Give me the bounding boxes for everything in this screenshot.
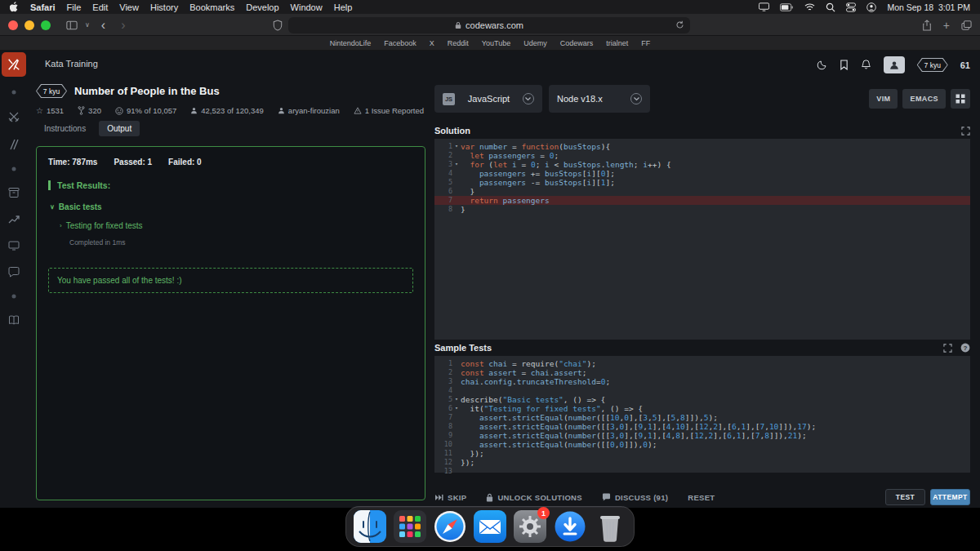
- test-button[interactable]: TEST: [885, 489, 925, 505]
- code-line[interactable]: 10 assert.strictEqual(number([[0,0]]),0)…: [434, 440, 970, 449]
- attempt-button[interactable]: ATTEMPT: [930, 489, 970, 505]
- bookmark-x[interactable]: X: [430, 39, 434, 47]
- battery-icon[interactable]: [780, 3, 794, 11]
- reset-button[interactable]: RESET: [688, 493, 715, 502]
- bookmark-trialnet[interactable]: trialnet: [606, 39, 628, 47]
- bookmark-ff[interactable]: FF: [641, 39, 650, 47]
- menu-item-view[interactable]: View: [119, 2, 139, 12]
- dock-downloads-icon[interactable]: [554, 510, 586, 543]
- bookmark-youtube[interactable]: YouTube: [482, 39, 510, 47]
- expand-icon[interactable]: [961, 127, 970, 136]
- bookmark-nintendolife[interactable]: NintendoLife: [330, 39, 372, 47]
- apple-menu-icon[interactable]: [10, 2, 19, 12]
- profile-button[interactable]: [884, 56, 905, 73]
- bookmark-codewars[interactable]: Codewars: [560, 39, 594, 47]
- code-line[interactable]: 5 passengers -= busStops[i][1];: [434, 178, 970, 187]
- dock-safari-icon[interactable]: [434, 510, 466, 543]
- code-line[interactable]: 2 let passengers = 0;: [434, 151, 970, 160]
- author-stat[interactable]: aryan-firouzian: [278, 106, 340, 115]
- display-icon[interactable]: [759, 2, 769, 11]
- code-line[interactable]: 1▾var number = function(busStops){: [434, 142, 970, 151]
- test-group[interactable]: ∨Basic tests: [50, 202, 413, 211]
- menu-clock[interactable]: Mon Sep 18 3:01 PM: [887, 2, 970, 12]
- menu-item-develop[interactable]: Develop: [246, 2, 278, 12]
- back-button[interactable]: ‹: [97, 19, 109, 32]
- minimize-window-button[interactable]: [24, 20, 34, 30]
- code-line[interactable]: 6 }: [434, 187, 970, 196]
- code-line[interactable]: 3▾ for (let i = 0; i < busStops.length; …: [434, 160, 970, 169]
- menu-item-window[interactable]: Window: [291, 2, 323, 12]
- search-icon[interactable]: [826, 2, 835, 12]
- menu-item-edit[interactable]: Edit: [92, 2, 108, 12]
- issues-stat[interactable]: 1 Issue Reported: [354, 106, 424, 115]
- tab-output[interactable]: Output: [99, 121, 140, 136]
- code-line[interactable]: 8}: [434, 205, 970, 214]
- chat-icon[interactable]: [8, 267, 20, 278]
- test-case[interactable]: ›Testing for fixed tests: [60, 221, 413, 230]
- user-icon[interactable]: [866, 2, 876, 12]
- menu-item-history[interactable]: History: [150, 2, 178, 12]
- tab-instructions[interactable]: Instructions: [36, 121, 94, 136]
- wifi-icon[interactable]: [804, 2, 815, 11]
- address-bar[interactable]: codewars.com: [288, 17, 690, 33]
- expand-icon[interactable]: [943, 344, 952, 353]
- dock-settings-icon[interactable]: 1: [514, 510, 546, 543]
- bookmark-reddit[interactable]: Reddit: [448, 39, 469, 47]
- leaderboard-trend-icon[interactable]: [8, 215, 20, 224]
- skip-button[interactable]: SKIP: [434, 493, 466, 502]
- privacy-shield-icon[interactable]: [273, 20, 283, 31]
- bookmark-facebook[interactable]: Facebook: [384, 39, 416, 47]
- code-line[interactable]: 13: [434, 467, 970, 476]
- code-line[interactable]: 1const chai = require("chai");: [434, 359, 970, 368]
- code-line[interactable]: 12});: [434, 458, 970, 467]
- code-line[interactable]: 6▾ it("Testing for fixed tests", () => {: [434, 404, 970, 413]
- dock-launchpad-icon[interactable]: [394, 510, 426, 543]
- zoom-window-button[interactable]: [41, 20, 51, 30]
- menu-item-safari[interactable]: Safari: [30, 2, 56, 12]
- unlock-solutions-button[interactable]: UNLOCK SOLUTIONS: [486, 493, 582, 502]
- screen-icon[interactable]: [8, 241, 20, 251]
- menu-item-bookmarks[interactable]: Bookmarks: [189, 2, 234, 12]
- layout-grid-icon[interactable]: [951, 89, 970, 109]
- menu-item-help[interactable]: Help: [334, 2, 353, 12]
- bookmark-icon[interactable]: [840, 60, 849, 70]
- dock-trash-icon[interactable]: [594, 510, 626, 543]
- dock-finder-icon[interactable]: [354, 510, 386, 543]
- codewars-logo[interactable]: [2, 52, 26, 77]
- code-line[interactable]: 7 return passengers: [434, 196, 970, 205]
- honor-points[interactable]: 61: [960, 60, 970, 70]
- notifications-bell-icon[interactable]: [861, 60, 871, 70]
- code-line[interactable]: 4 passengers += busStops[i][0];: [434, 169, 970, 178]
- dark-mode-moon-icon[interactable]: [817, 60, 827, 70]
- share-icon[interactable]: [922, 20, 932, 31]
- new-tab-icon[interactable]: +: [943, 20, 950, 31]
- code-line[interactable]: 3chai.config.truncateThreshold=0;: [434, 377, 970, 386]
- discuss-button[interactable]: DISCUSS (91): [602, 493, 668, 502]
- user-rank-badge[interactable]: 7 kyu: [917, 58, 948, 72]
- code-line[interactable]: 11 });: [434, 449, 970, 458]
- forward-button[interactable]: ›: [117, 19, 129, 32]
- control-center-icon[interactable]: [846, 2, 856, 12]
- close-window-button[interactable]: [8, 20, 18, 30]
- help-icon[interactable]: ?: [960, 343, 970, 353]
- sidebar-toggle-icon[interactable]: [66, 20, 78, 30]
- code-line[interactable]: 4: [434, 386, 970, 395]
- docs-book-icon[interactable]: [8, 315, 20, 325]
- tab-overview-icon[interactable]: [961, 20, 972, 30]
- sample-tests-editor[interactable]: 1const chai = require("chai");2const ass…: [434, 356, 970, 473]
- code-line[interactable]: 9 assert.strictEqual(number([[3,0],[9,1]…: [434, 431, 970, 440]
- reload-icon[interactable]: [675, 20, 684, 29]
- archive-icon[interactable]: [8, 188, 20, 198]
- language-select[interactable]: JS JavaScript: [434, 85, 542, 113]
- code-line[interactable]: 2const assert = chai.assert;: [434, 368, 970, 377]
- code-line[interactable]: 8 assert.strictEqual(number([[3,0],[9,1]…: [434, 422, 970, 431]
- dock-mail-icon[interactable]: [474, 510, 506, 543]
- solution-editor[interactable]: 1▾var number = function(busStops){2 let …: [434, 139, 970, 340]
- runtime-select[interactable]: Node v18.x: [549, 85, 650, 113]
- bookmark-udemy[interactable]: Udemy: [523, 39, 547, 47]
- code-line[interactable]: 7 assert.strictEqual(number([[10,0],[3,5…: [434, 413, 970, 422]
- vim-button[interactable]: VIM: [869, 89, 898, 109]
- sidebar-chevron-icon[interactable]: ∨: [85, 21, 90, 29]
- code-line[interactable]: 5▾describe("Basic tests", () => {: [434, 395, 970, 404]
- swords-icon[interactable]: [8, 111, 20, 122]
